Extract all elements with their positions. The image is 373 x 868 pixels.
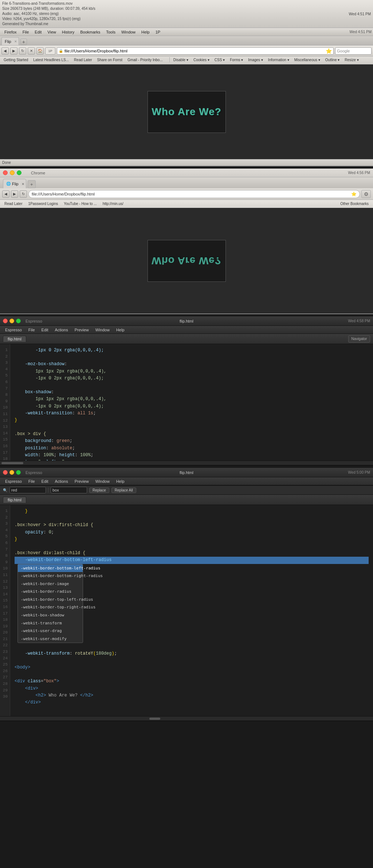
espresso-minimize-2[interactable] xyxy=(9,470,14,475)
menu-history[interactable]: History xyxy=(59,29,77,35)
code-line-2-13 xyxy=(15,671,369,678)
espresso-menu-espresso[interactable]: Espresso xyxy=(2,327,25,333)
espresso-file-tab-1[interactable]: flip.html xyxy=(3,336,26,342)
search-input[interactable] xyxy=(9,487,46,493)
espresso-menu-window[interactable]: Window xyxy=(93,327,113,333)
minimize-button-chrome[interactable] xyxy=(10,170,15,175)
replace-button[interactable]: Replace xyxy=(89,488,109,493)
back-button[interactable]: ◀ xyxy=(1,47,9,55)
chrome-bookmark-other[interactable]: Other Bookmarks xyxy=(339,201,370,206)
espresso-scrollbar-2[interactable] xyxy=(0,716,373,721)
code-line-2-1: } xyxy=(15,508,369,515)
autocomplete-item-7[interactable]: -webkit-transform xyxy=(18,619,83,627)
espresso-maximize-1[interactable] xyxy=(16,319,21,323)
espresso-menu2-file[interactable]: File xyxy=(25,478,38,484)
code-content-2[interactable]: } .box:hover > div:first-child { opacity… xyxy=(10,505,373,716)
bookmark-resize[interactable]: Resize ▾ xyxy=(343,58,360,62)
chrome-reload-button[interactable]: ↻ xyxy=(20,190,27,198)
espresso-scrollbar-1[interactable] xyxy=(0,461,373,465)
chrome-back-button[interactable]: ◀ xyxy=(2,190,9,198)
espresso-menu2-espresso[interactable]: Espresso xyxy=(2,478,25,484)
forward-button[interactable]: ▶ xyxy=(10,47,17,55)
chrome-forward-button[interactable]: ▶ xyxy=(11,190,18,198)
autocomplete-item-4[interactable]: -webkit-border-top-left-radius xyxy=(18,596,83,604)
espresso-minimize-1[interactable] xyxy=(9,319,14,323)
bookmark-outline[interactable]: Outline ▾ xyxy=(324,58,341,62)
new-tab-button[interactable]: + xyxy=(20,39,27,45)
autocomplete-container: -webkit-border-bottom-left-radius -webki… xyxy=(17,564,372,643)
bookmark-getting-started[interactable]: Getting Started xyxy=(2,58,30,62)
chrome-tab-close-icon[interactable]: ✕ xyxy=(21,182,24,186)
code-content-1[interactable]: -1px 0 2px rgba(0,0,0,.4); -moz-box-shad… xyxy=(10,344,373,461)
espresso-menu2-edit[interactable]: Edit xyxy=(39,478,51,484)
menu-file[interactable]: File xyxy=(20,29,32,35)
menu-window[interactable]: Window xyxy=(118,29,138,35)
autocomplete-item-0[interactable]: -webkit-border-bottom-left-radius xyxy=(18,564,83,572)
chrome-wrench-icon[interactable]: ⚙ xyxy=(361,190,371,198)
espresso-menu2-window[interactable]: Window xyxy=(93,478,113,484)
autocomplete-dropdown[interactable]: -webkit-border-bottom-left-radius -webki… xyxy=(17,564,83,643)
espresso-menu2-help[interactable]: Help xyxy=(113,478,127,484)
espresso-close-2[interactable] xyxy=(3,470,8,475)
espresso-search-bar: 🔍 Replace Replace All xyxy=(0,485,373,495)
espresso-menu2-preview[interactable]: Preview xyxy=(72,478,92,484)
code-line-7: box-shadow: xyxy=(15,389,369,396)
chrome-bookmark-read-later[interactable]: Read Later xyxy=(3,201,24,206)
replace-input[interactable] xyxy=(51,487,87,493)
scrollbar-thumb-2 xyxy=(149,718,160,720)
espresso-close-1[interactable] xyxy=(3,319,8,323)
espresso-menu-file[interactable]: File xyxy=(25,327,38,333)
autocomplete-item-8[interactable]: -webkit-user-drag xyxy=(18,627,83,635)
bookmark-headlines[interactable]: Latest Headlines LS... xyxy=(32,58,70,62)
close-button-chrome[interactable] xyxy=(3,170,8,175)
bookmark-misc[interactable]: Miscellaneous ▾ xyxy=(293,58,322,62)
bookmark-images[interactable]: Images ▾ xyxy=(247,58,264,62)
stop-button[interactable]: ✕ xyxy=(28,47,35,55)
bookmark-cookies[interactable]: Cookies ▾ xyxy=(192,58,211,62)
chrome-bookmark-1password[interactable]: 1Password Logins xyxy=(27,201,59,206)
reload-button[interactable]: ↻ xyxy=(19,47,26,55)
chrome-tab-active[interactable]: 🌐 Flip ✕ xyxy=(3,179,26,188)
address-bar[interactable]: 🔒 file:///Users/Home/Dropbox/flip.html ⭐ xyxy=(57,47,334,55)
espresso-navigator-btn[interactable]: Navigator xyxy=(348,335,370,343)
firefox-tab-active[interactable]: Flip ✕ xyxy=(1,37,19,45)
espresso-menu-actions[interactable]: Actions xyxy=(52,327,71,333)
chrome-bookmark-min[interactable]: http://min.us/ xyxy=(101,201,125,206)
search-bar-firefox[interactable]: Google xyxy=(335,47,372,55)
bookmark-share-forrst[interactable]: Share on Forrst xyxy=(96,58,124,62)
search-label: 🔍 xyxy=(3,488,7,492)
home-button[interactable]: 🏠 xyxy=(36,47,44,55)
espresso-file-tab-2[interactable]: flip.html xyxy=(3,497,26,503)
tab-close-icon[interactable]: ✕ xyxy=(14,40,17,43)
menu-help[interactable]: Help xyxy=(138,29,153,35)
autocomplete-item-3[interactable]: -webkit-border-radius xyxy=(18,588,83,596)
replace-all-button[interactable]: Replace All xyxy=(111,488,136,493)
menu-view[interactable]: View xyxy=(44,29,59,35)
bookmark-css[interactable]: CSS ▾ xyxy=(213,58,226,62)
menu-edit[interactable]: Edit xyxy=(32,29,44,35)
espresso-menu2-actions[interactable]: Actions xyxy=(52,478,71,484)
bookmark-gmail[interactable]: Gmail - Priority Inbo... xyxy=(126,58,164,62)
autocomplete-item-2[interactable]: -webkit-border-image xyxy=(18,580,83,588)
menu-1p[interactable]: 1P xyxy=(153,29,163,35)
chrome-bookmark-youtube[interactable]: YouTube - How to ... xyxy=(62,201,98,206)
1p-button[interactable]: 1P xyxy=(45,47,55,55)
espresso-maximize-2[interactable] xyxy=(16,470,21,475)
espresso-menu-preview[interactable]: Preview xyxy=(72,327,92,333)
chrome-new-tab-button[interactable]: + xyxy=(28,180,36,188)
maximize-button-chrome[interactable] xyxy=(17,170,21,175)
menu-tools[interactable]: Tools xyxy=(103,29,118,35)
autocomplete-item-1[interactable]: -webkit-border-bottom-right-radius xyxy=(18,572,83,580)
bookmark-forms[interactable]: Forms ▾ xyxy=(228,58,244,62)
bookmark-information[interactable]: Information ▾ xyxy=(267,58,291,62)
espresso-menu-help[interactable]: Help xyxy=(113,327,127,333)
autocomplete-item-9[interactable]: -webkit-user-modify xyxy=(18,635,83,643)
espresso-menu-edit[interactable]: Edit xyxy=(39,327,51,333)
menu-firefox[interactable]: Firefox xyxy=(1,29,20,35)
bookmark-read-later[interactable]: Read Later xyxy=(72,58,93,62)
chrome-address-bar[interactable]: file:///Users/Home/Dropbox/flip.html ⭐ xyxy=(28,190,360,198)
autocomplete-item-6[interactable]: -webkit-box-shadow xyxy=(18,611,83,619)
bookmark-disable[interactable]: Disable ▾ xyxy=(172,58,190,62)
autocomplete-item-5[interactable]: -webkit-border-top-right-radius xyxy=(18,603,83,611)
menu-bookmarks[interactable]: Bookmarks xyxy=(77,29,103,35)
